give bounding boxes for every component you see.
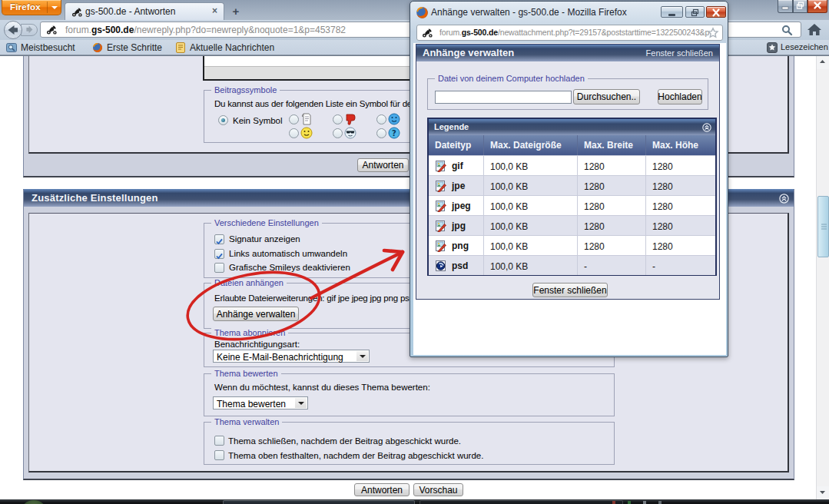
icon-radio[interactable] bbox=[376, 128, 386, 138]
file-type: jpe bbox=[452, 181, 465, 191]
max-height: 1280 bbox=[646, 195, 715, 215]
minimize-button[interactable] bbox=[778, 0, 793, 13]
window-controls-main bbox=[778, 0, 828, 13]
icon-radio[interactable] bbox=[333, 114, 343, 124]
preview-button-bottom[interactable]: Vorschau bbox=[413, 483, 463, 496]
show-signature-label: Signatur anzeigen bbox=[229, 234, 300, 244]
tray-icon[interactable] bbox=[612, 501, 615, 504]
scrollbar-grip-icon bbox=[818, 197, 829, 257]
start-orb[interactable] bbox=[20, 500, 48, 504]
url-text-popup: forum.gs-500.de/newattachment.php?t=2915… bbox=[439, 28, 709, 37]
subscribe-legend: Thema abonnieren bbox=[211, 328, 288, 337]
vertical-scrollbar[interactable] bbox=[816, 56, 829, 499]
firefox-menu-button[interactable]: Firefox bbox=[2, 0, 61, 15]
home-button[interactable] bbox=[804, 21, 824, 38]
reply-button-top[interactable]: Antworten bbox=[357, 158, 409, 172]
close-window-button[interactable]: Fenster schließen bbox=[532, 283, 608, 297]
collapse-icon[interactable] bbox=[702, 121, 711, 131]
max-filesize: 100,0 KB bbox=[484, 155, 578, 175]
close-thread-checkbox[interactable] bbox=[214, 436, 224, 446]
max-width: 1280 bbox=[578, 195, 646, 215]
max-filesize: 100,0 KB bbox=[484, 255, 578, 275]
taskbar-button[interactable] bbox=[419, 500, 623, 504]
post-icon-cool-smiley bbox=[388, 113, 400, 125]
file-type: psd bbox=[452, 260, 468, 271]
tab-title: gs-500.de - Antworten bbox=[85, 6, 175, 17]
url-bar-popup[interactable]: forum.gs-500.de/newattachment.php?t=2915… bbox=[416, 25, 723, 41]
max-width: 1280 bbox=[578, 155, 646, 175]
image-file-icon bbox=[435, 160, 447, 172]
firefox-icon bbox=[416, 6, 429, 19]
tab-close-icon[interactable]: × bbox=[212, 5, 217, 16]
forward-button[interactable] bbox=[21, 24, 38, 36]
auto-links-checkbox[interactable] bbox=[214, 249, 224, 259]
image-file-icon bbox=[435, 200, 447, 212]
popup-close-button[interactable] bbox=[706, 6, 726, 18]
table-row: psd 100,0 KB - - bbox=[429, 255, 715, 275]
post-icons-intro: Du kannst aus der folgenden Liste ein Sy… bbox=[214, 99, 413, 108]
rate-select[interactable]: Thema bewerten bbox=[213, 396, 308, 410]
tray-icon[interactable] bbox=[628, 501, 631, 504]
restore-icon bbox=[686, 8, 704, 18]
legend-caption: Legende bbox=[434, 122, 469, 131]
file-input[interactable] bbox=[435, 91, 572, 104]
file-type-cell: psd bbox=[429, 255, 484, 275]
table-row: jpe 100,0 KB 1280 1280 bbox=[429, 175, 715, 195]
disable-smileys-checkbox[interactable] bbox=[214, 263, 224, 273]
back-button[interactable] bbox=[4, 21, 22, 39]
max-height: 1280 bbox=[646, 215, 715, 235]
restore-icon bbox=[794, 0, 807, 12]
post-icon-smile bbox=[300, 127, 313, 139]
notification-type-select[interactable]: Keine E-Mail-Benachrichtigung bbox=[213, 350, 370, 363]
attachment-header-bar: Anhänge verwalten Fenster schließen bbox=[416, 45, 719, 61]
windows-taskbar[interactable] bbox=[0, 499, 829, 504]
close-window-link[interactable]: Fenster schließen bbox=[646, 48, 713, 58]
restore-button[interactable] bbox=[793, 0, 807, 13]
table-row: jpeg 100,0 KB 1280 1280 bbox=[429, 195, 715, 215]
popup-minimize-button[interactable] bbox=[661, 6, 683, 18]
max-width: 1280 bbox=[578, 175, 646, 195]
icon-radio[interactable] bbox=[333, 128, 343, 138]
file-type-cell: png bbox=[429, 235, 484, 255]
collapse-icon[interactable] bbox=[779, 193, 789, 203]
new-tab-button[interactable]: + bbox=[228, 5, 244, 18]
bookmark-label: Aktuelle Nachrichten bbox=[190, 42, 274, 53]
scroll-down-arrow-icon bbox=[817, 486, 828, 498]
tray-icon[interactable] bbox=[658, 501, 662, 504]
tray-icon[interactable] bbox=[643, 501, 646, 504]
max-height: 1280 bbox=[646, 235, 715, 255]
screen: Firefox gs-500.de - Antworten × + forum.… bbox=[0, 0, 829, 504]
stick-thread-checkbox[interactable] bbox=[214, 450, 224, 460]
column-header: Dateityp bbox=[429, 135, 484, 155]
icon-radio[interactable] bbox=[376, 114, 386, 124]
no-icon-label: Kein Symbol bbox=[233, 116, 283, 125]
url-text-main: forum.gs-500.de/newreply.php?do=newreply… bbox=[65, 25, 346, 35]
post-icon-sunglasses bbox=[344, 127, 356, 139]
popup-restore-button[interactable] bbox=[685, 6, 705, 18]
file-type-cell: jpg bbox=[429, 215, 484, 235]
show-signature-checkbox[interactable] bbox=[214, 234, 224, 244]
legend-caption-bar: Legende bbox=[429, 119, 715, 135]
bookmark-star-icon bbox=[767, 42, 778, 53]
reply-button-bottom[interactable]: Antworten bbox=[354, 483, 410, 496]
close-icon bbox=[808, 0, 827, 12]
scroll-down-button[interactable] bbox=[817, 486, 829, 499]
tab-gs500-antworten[interactable]: gs-500.de - Antworten × bbox=[65, 2, 224, 20]
upload-button[interactable]: Hochladen bbox=[658, 89, 702, 104]
bookmark-star-outline-icon[interactable] bbox=[707, 27, 719, 39]
max-height: 1280 bbox=[646, 175, 715, 195]
icon-radio[interactable] bbox=[289, 128, 299, 138]
search-icon bbox=[781, 25, 793, 36]
file-type-cell: jpe bbox=[429, 175, 484, 195]
taskbar-button[interactable] bbox=[223, 500, 415, 504]
manage-attachments-button[interactable]: Anhänge verwalten bbox=[213, 307, 299, 321]
rate-fieldset: Thema bewerten Wenn du möchtest, kannst … bbox=[204, 373, 615, 416]
post-icons-legend: Beitragssymbole bbox=[211, 85, 280, 94]
close-button[interactable] bbox=[807, 0, 827, 13]
browse-button[interactable]: Durchsuchen.. bbox=[573, 89, 640, 104]
icon-radio[interactable] bbox=[289, 114, 299, 124]
no-icon-radio[interactable] bbox=[218, 115, 228, 125]
scrollbar-thumb[interactable] bbox=[817, 196, 829, 257]
scroll-up-button[interactable] bbox=[817, 56, 829, 69]
manage-thread-fieldset: Thema verwalten Thema schließen, nachdem… bbox=[204, 422, 615, 465]
